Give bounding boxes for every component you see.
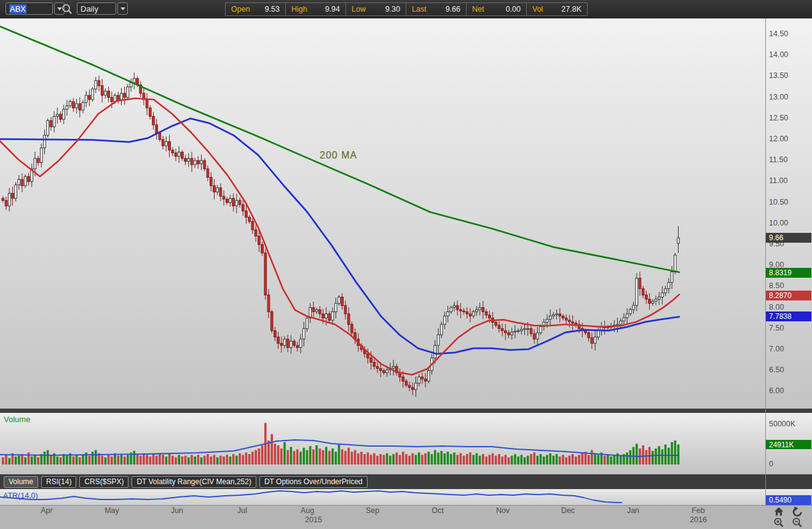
indicator-tab-rsi-14[interactable]: RSI(14) bbox=[41, 476, 76, 488]
price-axis-label: 13.00 bbox=[769, 93, 810, 103]
price-axis-label: 14.00 bbox=[769, 50, 810, 60]
indicator-tab-crs-spx[interactable]: CRS($SPX) bbox=[79, 476, 128, 488]
indicator-tab-dt-volatility-range-civ-mean-252[interactable]: DT Volatility Range(CIV Mean,252) bbox=[132, 476, 256, 488]
volume-axis-label: 50000K bbox=[769, 420, 810, 429]
price-tag: 8.8319 bbox=[766, 268, 811, 278]
month-label: Oct bbox=[424, 506, 451, 515]
month-label: Jan bbox=[620, 506, 647, 515]
volume-tag: 24911K bbox=[766, 439, 811, 449]
panel-separator[interactable] bbox=[0, 409, 812, 413]
quote-vol: Vol27.8K bbox=[527, 3, 587, 15]
price-tag: 9.66 bbox=[766, 233, 811, 243]
symbol-input[interactable]: ABX bbox=[6, 2, 53, 15]
zoom-in-icon[interactable] bbox=[773, 517, 785, 528]
price-tag: 7.7838 bbox=[766, 312, 811, 321]
price-axis-label: 10.00 bbox=[769, 219, 810, 229]
ma-200-annotation: 200 MA bbox=[320, 150, 357, 161]
price-axis-label: 12.50 bbox=[769, 114, 810, 123]
price-chart-canvas[interactable] bbox=[0, 18, 765, 409]
month-label: Nov bbox=[489, 506, 516, 515]
year-label: 2015 bbox=[300, 515, 327, 524]
volume-axis-label: 0 bbox=[769, 460, 810, 469]
search-icon[interactable] bbox=[61, 3, 73, 15]
quote-net: Net0.00 bbox=[467, 3, 527, 15]
price-axis-label: 7.00 bbox=[769, 345, 810, 355]
month-label: Apr bbox=[33, 506, 60, 515]
atr-canvas[interactable] bbox=[0, 489, 765, 505]
interval-dropdown-arrow-icon[interactable] bbox=[117, 2, 128, 15]
price-axis-label: 10.50 bbox=[769, 198, 810, 208]
indicator-tab-bar: VolumeRSI(14)CRS($SPX)DT Volatility Rang… bbox=[0, 474, 812, 489]
month-label: Jun bbox=[164, 506, 191, 515]
month-label: Aug bbox=[294, 506, 321, 515]
indicator-tab-volume[interactable]: Volume bbox=[4, 476, 38, 488]
quote-high: High9.94 bbox=[286, 3, 346, 15]
interval-select[interactable]: Daily bbox=[77, 2, 116, 15]
month-label: Feb bbox=[685, 506, 712, 515]
charting-application: ABX Daily Open9.53 High9.94 Low9.30 Last… bbox=[0, 0, 812, 529]
price-axis-label: 6.00 bbox=[769, 386, 810, 396]
price-axis-label: 13.50 bbox=[769, 71, 810, 81]
quote-open: Open9.53 bbox=[226, 3, 286, 15]
month-label: Sep bbox=[359, 506, 386, 515]
symbol-text: ABX bbox=[9, 4, 26, 14]
price-axis-label: 8.00 bbox=[769, 303, 810, 313]
volume-panel-label: Volume bbox=[4, 415, 30, 424]
month-label: Jul bbox=[229, 506, 256, 515]
toolbar: ABX Daily Open9.53 High9.94 Low9.30 Last… bbox=[0, 0, 812, 19]
quote-strip: Open9.53 High9.94 Low9.30 Last9.66 Net0.… bbox=[225, 2, 588, 16]
price-axis-label: 11.00 bbox=[769, 176, 810, 186]
price-axis-label: 6.50 bbox=[769, 366, 810, 375]
price-axis-label: 12.00 bbox=[769, 135, 810, 144]
undo-icon[interactable] bbox=[791, 506, 803, 517]
home-icon[interactable] bbox=[773, 506, 785, 517]
indicator-tab-dt-options-over-underpriced[interactable]: DT Options Over/UnderPriced bbox=[259, 476, 368, 488]
price-axis-border bbox=[765, 18, 766, 505]
price-tag: 8.2870 bbox=[766, 291, 811, 300]
month-label: May bbox=[98, 506, 125, 515]
atr-tag: 0.5490 bbox=[766, 495, 811, 505]
month-label: Dec bbox=[554, 506, 581, 515]
price-axis-label: 11.50 bbox=[769, 155, 810, 165]
quote-low: Low9.30 bbox=[346, 3, 406, 15]
interval-text: Daily bbox=[81, 4, 98, 14]
year-label: 2016 bbox=[685, 515, 712, 524]
quote-last: Last9.66 bbox=[406, 3, 467, 15]
atr-indicator-label: ATR(14,0) bbox=[3, 492, 38, 500]
zoom-out-icon[interactable] bbox=[791, 517, 803, 528]
price-axis-label: 14.50 bbox=[769, 29, 810, 39]
volume-canvas[interactable] bbox=[0, 413, 765, 474]
price-axis-label: 7.50 bbox=[769, 324, 810, 334]
